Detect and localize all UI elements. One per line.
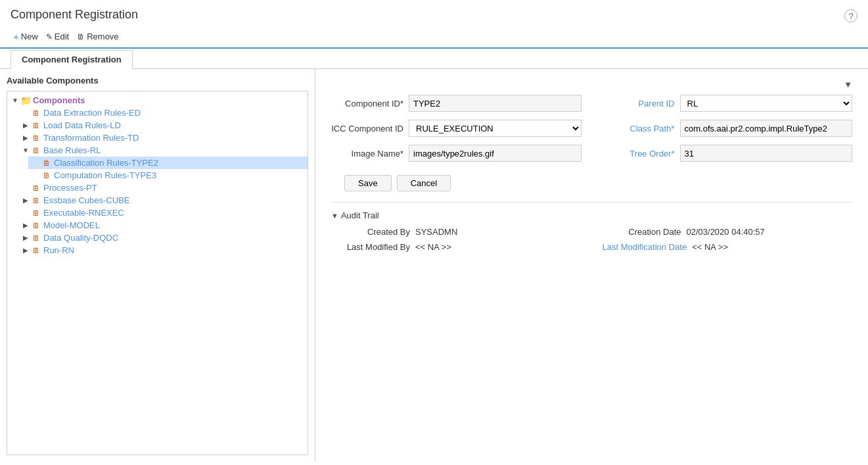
right-panel: ▼ Component ID* Parent ID RL ICC Compon — [315, 69, 868, 462]
audit-section: ▼ Audit Trail Created By SYSADMN Creatio… — [331, 202, 852, 252]
edit-button[interactable]: ✎ Edit — [43, 30, 72, 43]
tree-item[interactable]: 🗎 Processes-PT — [18, 182, 308, 194]
last-modification-date-label: Last Modification Date — [603, 242, 687, 252]
class-path-label: Class Path* — [603, 124, 675, 134]
class-path-row: Class Path* — [603, 120, 853, 137]
tree-order-input[interactable] — [680, 145, 853, 162]
tree-item[interactable]: 🗎 Computation Rules-TYPE3 — [28, 169, 308, 182]
doc-icon: 🗎 — [31, 121, 41, 130]
last-modification-date-value: << NA >> — [692, 242, 728, 252]
parent-id-label: Parent ID — [603, 99, 675, 109]
cancel-button[interactable]: Cancel — [397, 175, 451, 191]
tree-order-row: Tree Order* — [603, 145, 853, 162]
doc-icon: 🗎 — [31, 233, 41, 243]
left-panel: Available Components ▼ 📁 Components 🗎 Da… — [0, 69, 315, 462]
last-modified-by-label: Last Modified By — [331, 242, 410, 252]
class-path-input[interactable] — [680, 120, 853, 137]
component-id-row: Component ID* — [331, 95, 582, 112]
folder-icon: 📁 — [20, 96, 31, 105]
parent-id-select[interactable]: RL — [680, 95, 853, 112]
tree-item[interactable]: ▶ 🗎 Load Data Rules-LD — [18, 119, 308, 132]
doc-icon: 🗎 — [31, 134, 41, 143]
doc-icon: 🗎 — [31, 146, 41, 155]
tree-item[interactable]: ▶ 🗎 Model-MODEL — [18, 219, 308, 232]
tree-toggle-icon: ▶ — [20, 222, 31, 229]
audit-header[interactable]: ▼ Audit Trail — [331, 210, 852, 220]
edit-icon: ✎ — [46, 32, 53, 41]
plus-icon: + — [13, 31, 19, 42]
tree-item[interactable]: ▶ 🗎 Run-RN — [18, 244, 308, 257]
component-id-input[interactable] — [409, 95, 582, 112]
tree-toggle-icon: ▶ — [20, 234, 31, 241]
remove-button[interactable]: 🗎 Remove — [74, 30, 121, 43]
tree-label: Processes-PT — [43, 183, 97, 193]
parent-id-row: Parent ID RL — [603, 95, 853, 112]
last-modification-date-row: Last Modification Date << NA >> — [603, 242, 853, 252]
image-name-row: Image Name* — [331, 145, 582, 162]
toolbar: + New ✎ Edit 🗎 Remove — [0, 26, 868, 49]
tree-toggle-icon: ▶ — [20, 247, 31, 254]
tree-label: Components — [33, 95, 85, 105]
new-button[interactable]: + New — [11, 30, 41, 43]
icc-component-id-label: ICC Component ID — [331, 124, 403, 134]
page-title: Component Registration — [0, 0, 868, 26]
tab-component-registration[interactable]: Component Registration — [11, 50, 133, 69]
tree-item[interactable]: ▶ 🗎 Transformation Rules-TD — [18, 132, 308, 144]
audit-toggle-icon: ▼ — [331, 212, 338, 220]
tree-label: Run-RN — [43, 245, 74, 255]
tree-toggle-icon: ▼ — [10, 97, 20, 104]
tree-order-label: Tree Order* — [603, 149, 675, 159]
doc-icon: 🗎 — [41, 159, 52, 168]
doc-icon: 🗎 — [41, 171, 52, 180]
image-name-input[interactable] — [409, 145, 582, 162]
tree-toggle-icon: ▶ — [20, 197, 31, 204]
last-modified-by-row: Last Modified By << NA >> — [331, 242, 582, 252]
icc-component-id-row: ICC Component ID RULE_EXECUTION DATA_EXT… — [331, 120, 582, 137]
doc-icon: 🗎 — [31, 246, 41, 255]
tree-item[interactable]: ▶ 🗎 Essbase Cubes-CUBE — [18, 194, 308, 207]
tree-label: Data Extraction Rules-ED — [43, 108, 141, 118]
doc-icon: 🗎 — [31, 221, 41, 230]
tree-item[interactable]: ▼ 🗎 Base Rules-RL — [18, 144, 308, 157]
created-by-value: SYSADMN — [415, 227, 457, 237]
tree-item[interactable]: ▶ 🗎 Data Quality-DQDC — [18, 232, 308, 244]
collapse-btn[interactable]: ▼ — [331, 80, 852, 89]
icc-component-id-select[interactable]: RULE_EXECUTION DATA_EXTRACTION TRANSFORM… — [409, 120, 582, 137]
tree-toggle-icon: ▼ — [20, 147, 31, 154]
tree-label: Load Data Rules-LD — [43, 120, 121, 130]
help-icon[interactable]: ? — [844, 9, 857, 22]
tree-label: Executable-RNEXEC — [43, 208, 124, 218]
doc-icon: 🗎 — [31, 196, 41, 205]
tree-item[interactable]: ▼ 📁 Components — [7, 94, 308, 107]
chevron-down-icon: ▼ — [844, 80, 852, 89]
component-id-label: Component ID* — [331, 99, 403, 109]
created-by-row: Created By SYSADMN — [331, 227, 582, 237]
creation-date-value: 02/03/2020 04:40:57 — [687, 227, 765, 237]
doc-icon: 🗎 — [31, 208, 41, 218]
audit-title: Audit Trail — [341, 210, 379, 220]
tree-label: Essbase Cubes-CUBE — [43, 195, 130, 205]
tree-item[interactable]: 🗎 Executable-RNEXEC — [18, 207, 308, 219]
creation-date-row: Creation Date 02/03/2020 04:40:57 — [603, 227, 853, 237]
tree-label: Model-MODEL — [43, 220, 100, 230]
created-by-label: Created By — [331, 227, 410, 237]
tree-toggle-icon: ▶ — [20, 122, 31, 129]
tree-toggle-icon: ▶ — [20, 134, 31, 141]
tree-container: ▼ 📁 Components 🗎 Data Extraction Rules-E… — [7, 91, 308, 455]
tree-label: Computation Rules-TYPE3 — [54, 170, 156, 180]
remove-icon: 🗎 — [77, 32, 85, 41]
image-name-label: Image Name* — [331, 149, 403, 159]
tree-label: Data Quality-DQDC — [43, 233, 118, 243]
tab-bar: Component Registration — [0, 50, 868, 69]
last-modified-by-value: << NA >> — [415, 242, 451, 252]
save-button[interactable]: Save — [344, 175, 392, 191]
doc-icon: 🗎 — [31, 109, 41, 118]
doc-icon: 🗎 — [31, 184, 41, 193]
tree-label: Transformation Rules-TD — [43, 133, 139, 143]
tree-item[interactable]: 🗎 Classification Rules-TYPE2 — [28, 157, 308, 169]
tree-label: Classification Rules-TYPE2 — [54, 158, 158, 168]
available-label: Available Components — [7, 76, 308, 86]
tree-label: Base Rules-RL — [43, 145, 101, 155]
creation-date-label: Creation Date — [603, 227, 681, 237]
tree-item[interactable]: 🗎 Data Extraction Rules-ED — [18, 107, 308, 119]
